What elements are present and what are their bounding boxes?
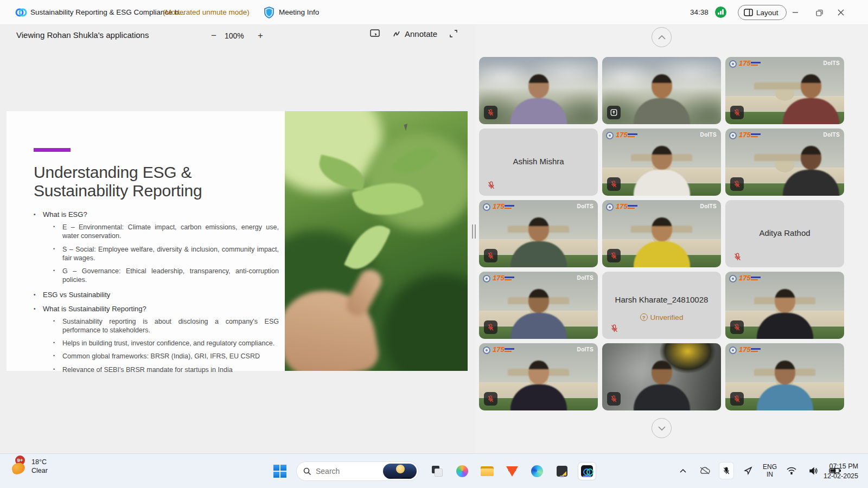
mic-muted-icon <box>484 392 497 406</box>
edge-icon <box>531 465 543 477</box>
doits-watermark: DoITS <box>824 60 840 66</box>
maximize-button[interactable] <box>807 0 831 25</box>
search-input[interactable] <box>316 467 381 476</box>
participant-video <box>498 74 579 124</box>
bullet-item: E – Environmental: Climate impact, carbo… <box>53 223 279 241</box>
chevron-down-icon <box>658 426 666 431</box>
video-tile[interactable] <box>602 343 721 410</box>
meeting-title: Sustainability Reporting & ESG Complianc… <box>30 8 184 16</box>
mic-muted-icon <box>484 320 497 334</box>
iit-roorkee-logo: 175 <box>483 275 515 284</box>
close-button[interactable] <box>829 0 853 25</box>
weather-widget[interactable]: 9+ 18°C Clear <box>11 458 48 475</box>
video-tile[interactable] <box>602 57 721 124</box>
zoom-in-button[interactable]: + <box>254 29 267 42</box>
brave-icon <box>506 466 518 477</box>
search-highlight-image <box>383 464 417 479</box>
doits-watermark: DoITS <box>577 346 593 352</box>
annotate-button[interactable]: Annotate <box>393 29 437 38</box>
iit-roorkee-logo: 175 <box>606 132 639 140</box>
video-tile[interactable]: 175 DoITS <box>602 200 721 267</box>
notepad-icon <box>557 466 567 477</box>
task-view-icon <box>432 466 443 477</box>
bullet-item: ESG vs Sustainability <box>34 291 279 299</box>
task-view-button[interactable] <box>429 463 446 480</box>
participants-panel: 175 DoITS Ashish Mishra 175 DoITS 175 Do… <box>475 25 868 453</box>
start-button[interactable] <box>271 463 289 480</box>
connection-quality-icon <box>715 7 726 18</box>
onedrive-paused-icon[interactable] <box>698 463 712 479</box>
wifi-icon[interactable] <box>784 463 799 479</box>
iit-roorkee-logo: 175 <box>729 346 762 355</box>
participant-video <box>498 217 579 267</box>
name-tile[interactable]: Aditya Rathod <box>725 200 844 267</box>
chevron-up-icon <box>658 35 666 40</box>
language-indicator[interactable]: ENGIN <box>763 463 777 479</box>
meeting-info-button[interactable]: Meeting Info <box>279 8 319 16</box>
mic-muted-icon <box>607 392 621 406</box>
webex-app-button[interactable] <box>578 463 596 480</box>
viewing-presenter-label: Viewing Rohan Shukla's applications <box>16 30 149 40</box>
question-circle-icon: ? <box>640 313 648 321</box>
meeting-timer: 34:38 <box>690 8 709 16</box>
shield-icon <box>264 7 275 18</box>
expand-view-button[interactable] <box>449 29 458 38</box>
view-options-button[interactable] <box>370 29 380 38</box>
bullet-item: Relevance of SEBI's BRSR mandate for sta… <box>53 365 279 374</box>
notepad-button[interactable] <box>553 463 571 480</box>
bullet-item: G – Governance: Ethical leadership, tran… <box>53 267 279 285</box>
mic-muted-icon <box>731 251 743 262</box>
video-tile[interactable]: 175 DoITS <box>479 272 598 339</box>
video-tile[interactable]: 175 DoITS <box>725 129 844 196</box>
slide-accent-bar <box>34 148 71 152</box>
scroll-up-button[interactable] <box>652 27 672 47</box>
iit-roorkee-logo: 175 <box>729 60 762 69</box>
location-icon[interactable] <box>741 463 755 479</box>
name-tile[interactable]: Harsh Kharate_24810028 ? Unverified <box>602 272 721 339</box>
clock[interactable]: 07:15 PM 12-02-2025 <box>824 461 858 481</box>
unverified-badge: ? Unverified <box>602 313 721 322</box>
file-explorer-icon <box>481 466 494 476</box>
video-tile[interactable] <box>479 57 598 124</box>
file-explorer-button[interactable] <box>478 463 496 480</box>
video-tile[interactable]: 175 DoITS <box>602 129 721 196</box>
minimize-button[interactable] <box>783 0 807 25</box>
volume-icon[interactable] <box>806 463 820 479</box>
system-tray: ENGIN <box>676 463 842 479</box>
weather-moon-icon: 9+ <box>11 459 27 475</box>
doits-watermark: DoITS <box>700 132 717 138</box>
video-tile[interactable]: 175 DoITS <box>479 343 598 410</box>
video-tile[interactable]: 175 <box>725 272 844 339</box>
expand-icon <box>449 29 458 38</box>
doits-watermark: DoITS <box>700 203 717 209</box>
sharing-indicator-icon <box>607 106 621 119</box>
layout-button[interactable]: Layout <box>738 5 787 20</box>
bullet-item: Helps in building trust, investor confid… <box>53 339 279 348</box>
mic-muted-icon <box>730 320 744 334</box>
bullet-item: What is ESG? <box>34 210 279 219</box>
participant-name: Ashish Mishra <box>479 157 598 166</box>
video-tile[interactable]: 175 <box>725 343 844 410</box>
mic-muted-icon <box>484 249 497 262</box>
participant-video <box>621 361 703 410</box>
tray-mic-muted-icon[interactable] <box>719 463 733 479</box>
brave-browser-button[interactable] <box>503 463 521 480</box>
edge-browser-button[interactable] <box>528 463 546 480</box>
video-tile[interactable]: 175 DoITS <box>725 57 844 124</box>
taskbar-search[interactable] <box>296 461 419 481</box>
tray-overflow-button[interactable] <box>676 463 690 479</box>
windows-taskbar: 9+ 18°C Clear ENGIN <box>0 453 868 488</box>
panel-resize-handle[interactable] <box>472 224 476 239</box>
iit-roorkee-logo: 175 <box>729 275 762 284</box>
mic-muted-icon <box>484 106 497 119</box>
scroll-down-button[interactable] <box>652 418 672 438</box>
windows-logo-icon <box>273 465 286 478</box>
slide-bullet-list: What is ESG? E – Environmental: Climate … <box>34 204 279 374</box>
zoom-out-button[interactable]: − <box>207 29 220 42</box>
iit-roorkee-logo: 175 <box>606 203 639 212</box>
video-tile[interactable]: 175 DoITS <box>479 200 598 267</box>
name-tile[interactable]: Ashish Mishra <box>479 129 598 196</box>
copilot-button[interactable] <box>454 463 471 480</box>
chevron-up-icon <box>680 468 686 473</box>
mic-muted-icon <box>730 106 744 119</box>
